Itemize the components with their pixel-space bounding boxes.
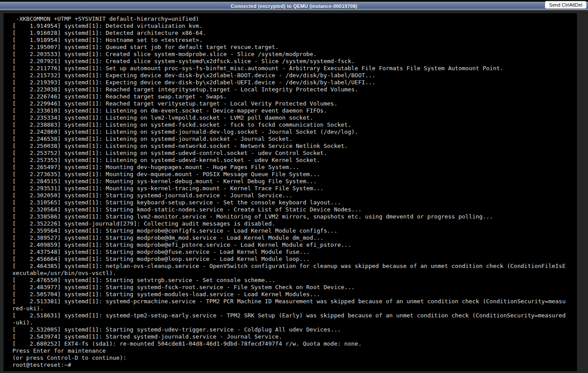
send-ctrlaltdel-button[interactable]: Send CtrlAltDel bbox=[545, 1, 587, 9]
connection-status-title: Connected (encrypted) to QEMU (instance-… bbox=[231, 4, 357, 9]
boot-log-output: -XKBCOMMON +UTMP +SYSVINIT default-hiera… bbox=[4, 13, 577, 369]
vnc-titlebar: Connected (encrypted) to QEMU (instance-… bbox=[0, 1, 588, 10]
vnc-console-screen[interactable]: -XKBCOMMON +UTMP +SYSVINIT default-hiera… bbox=[4, 13, 577, 371]
